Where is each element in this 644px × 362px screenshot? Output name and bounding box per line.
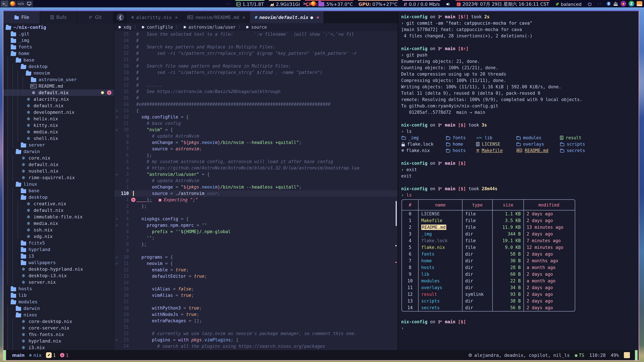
code-line[interactable]: 16# See https://astronvim.com/Basic%20Us… [114, 88, 398, 95]
code-line[interactable]: ∨3 "astronvim/lua/user" = { [114, 171, 398, 177]
zapp-icon[interactable]: Z [628, 1, 634, 6]
launch-folder-icon[interactable] [318, 2, 324, 6]
tree-item[interactable]: fcitx5 [3, 240, 114, 246]
tree-item[interactable]: darwin [3, 305, 114, 312]
tree-item[interactable]: ❄creative.nix [3, 200, 114, 207]
code-line[interactable]: 6 }; [114, 152, 398, 158]
code-line[interactable]: 5 # my cusotom astronvim config, astronv… [114, 158, 398, 165]
code-line[interactable]: 19# sed -ri "s/pattern_str/replace_str/g… [114, 69, 398, 76]
tree-item[interactable]: i3 [3, 253, 114, 259]
code-line[interactable]: 1 onChange = "${pkgs.neovim}/bin/nvim --… [114, 184, 398, 190]
code-line[interactable]: 2 }; [114, 203, 398, 209]
tree-item[interactable]: wallpapers [3, 259, 114, 266]
tree-item[interactable]: base [3, 57, 114, 63]
scrollbar-thumb[interactable] [396, 201, 397, 226]
code-line[interactable]: 3 [114, 209, 398, 216]
code-line[interactable]: 11 # base config [114, 120, 398, 126]
close-icon[interactable]: × [242, 15, 245, 20]
code-line[interactable]: 18# [114, 76, 398, 82]
code-line[interactable]: 6 prefix = ''${HOME}/.npm-global [114, 228, 398, 235]
tree-item[interactable]: .git [3, 30, 114, 37]
module-volume[interactable] [445, 0, 451, 7]
code-line[interactable]: 2 # update AstroNvim [114, 177, 398, 184]
launch-firefox-icon[interactable] [311, 1, 316, 6]
tree-item[interactable]: desktop [3, 194, 114, 200]
code-line[interactable]: ∨11 neovim = { [114, 260, 398, 267]
tree-item[interactable]: ❄shell.nix [3, 135, 114, 142]
tree-item[interactable]: astronvim_user [3, 76, 114, 83]
tree-item[interactable]: modules [3, 299, 114, 305]
code-line[interactable]: 24# [114, 37, 398, 44]
close-icon[interactable]: × [316, 15, 319, 20]
tree-item[interactable]: lib [3, 292, 114, 299]
code-line[interactable]: ∨23 plugins = with pkgs.vimPlugins; [ [114, 337, 398, 343]
code-line[interactable]: 17 [114, 299, 398, 305]
tree-item[interactable]: ❄default.nix [3, 161, 114, 168]
ls-entry[interactable]: overlays [516, 141, 560, 147]
editor-scrollbar[interactable] [395, 11, 398, 350]
ls-entry[interactable]: result [560, 135, 595, 141]
code-line[interactable]: 21 [114, 324, 398, 330]
tree-item[interactable]: ❄default.nix [3, 207, 114, 214]
code-line[interactable]: ∨13{ [114, 107, 398, 114]
code-line[interactable]: 15# [114, 95, 398, 101]
ls-entry[interactable]: home [446, 141, 476, 147]
code-line[interactable]: 14 [114, 279, 398, 286]
code-line[interactable]: 7 source = astronvim; [114, 146, 398, 152]
tree-item[interactable]: ❄server.nix [3, 279, 114, 285]
tree-item[interactable]: darwin [3, 148, 114, 155]
workspace-2[interactable] [9, 0, 16, 7]
workspace-1[interactable]: >_ [1, 0, 8, 7]
code-line[interactable]: 22 # currently we use lazy.nvim as neovi… [114, 330, 398, 337]
code-line[interactable]: 16 vimAlias = true; [114, 292, 398, 299]
code-line[interactable]: 4 # https://github.com/AstroNvim/AstroNv… [114, 165, 398, 171]
neotree-tab-file[interactable]: File [3, 11, 40, 23]
code-line[interactable]: 20# Search file name pattern and Replace… [114, 63, 398, 69]
buffer-tab[interactable]: ❄alacritty.nix× [127, 11, 182, 23]
breadcrumb-item[interactable]: astronvim/lua/user [183, 25, 236, 30]
tree-item[interactable]: linux [3, 181, 114, 187]
ls-entry[interactable]: hosts [446, 147, 476, 154]
ls-entry[interactable]: fonts [446, 135, 476, 141]
book-icon[interactable] [636, 1, 642, 6]
module-power-profile[interactable]: balanced [554, 0, 582, 7]
tree-item[interactable]: ❄kitty.nix [3, 122, 114, 129]
buffer-tab[interactable]: M↓neovim/README.md× [182, 11, 250, 23]
close-icon[interactable]: × [107, 90, 111, 95]
tree-item[interactable]: hosts [3, 285, 114, 292]
tree-item[interactable]: base [3, 187, 114, 194]
code-line[interactable]: 110 source = ./astronvim_user; [114, 190, 398, 197]
close-icon[interactable]: × [175, 15, 178, 20]
ls-entry[interactable]: scripts [560, 141, 595, 147]
tree-item[interactable]: fonts [3, 43, 114, 50]
code-line[interactable]: ∨5 programs.npm.npmrc = '' [114, 222, 398, 228]
code-line[interactable]: 9 # update AstroNvim [114, 133, 398, 139]
code-line[interactable]: 12 enable = true; [114, 267, 398, 273]
code-line[interactable]: 17# ...... [114, 82, 398, 88]
code-line[interactable]: 14#e####################################… [114, 101, 398, 107]
terminal-split[interactable]: nix-config on main [$!] took 2s› git com… [398, 11, 639, 350]
code-line[interactable]: 7 ''; [114, 235, 398, 241]
bluetooth-icon[interactable] [606, 1, 611, 6]
tree-item[interactable]: ❄alacritty.nix [3, 96, 114, 102]
breadcrumb-item[interactable]: source [245, 25, 267, 30]
tree-item[interactable]: ❄nushell.nix [3, 168, 114, 174]
workspace-4[interactable] [25, 0, 33, 7]
code-line[interactable]: 19 withNodeJs = true; [114, 311, 398, 318]
code-line[interactable]: 9 [114, 248, 398, 254]
tree-item[interactable]: home [3, 50, 114, 57]
tree-item[interactable]: hyprland [3, 246, 114, 253]
code-line[interactable]: 13 defaultEditor = true; [114, 273, 398, 279]
power-button[interactable] [587, 0, 593, 7]
neotree-tab-git[interactable]: Git [77, 11, 114, 23]
tree-item[interactable]: ❄media.nix [3, 220, 114, 227]
breadcrumb-item[interactable]: configFile [141, 25, 173, 30]
code-line[interactable]: 1× };■ Expecting ";" [114, 197, 398, 203]
tree-item[interactable]: ❄i3.nix [3, 344, 114, 350]
code-line[interactable]: 25# Save the selected text to a file: `:… [114, 31, 398, 37]
tree-item[interactable]: neovim [3, 70, 114, 76]
tree-item[interactable]: ❄desktop-hyprland.nix [3, 266, 114, 272]
tree-item[interactable]: ❄core.nix [3, 155, 114, 161]
tree-item[interactable]: ❄core-desktop.nix [3, 318, 114, 325]
code-line[interactable]: 8 onChange = "${pkgs.neovim}/bin/nvim --… [114, 139, 398, 146]
